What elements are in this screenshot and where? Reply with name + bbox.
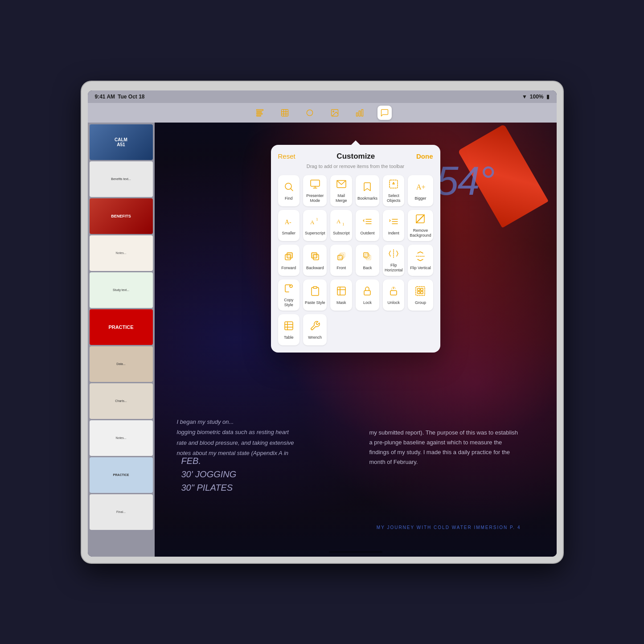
slide-11-thumb[interactable]: Final... 11 [90,494,153,530]
select-objects-label: Select Objects [385,193,403,203]
svg-point-15 [285,183,291,189]
svg-rect-0 [256,109,263,111]
flip-vertical-label: Flip Vertical [410,266,431,271]
remove-background-label: Remove Background [410,228,431,238]
slides-sidebar: CALMA51 1 Benefits text... 2 BENEFITS 3 [88,123,155,557]
svg-rect-17 [311,180,320,186]
toolbar-table-btn[interactable] [278,106,292,120]
slide-4-thumb[interactable]: Notes... 4 [90,235,153,271]
svg-rect-57 [421,291,423,294]
slide-6-thumb[interactable]: PRACTICE 6 [90,309,153,345]
unlock-label: Unlock [387,300,400,305]
svg-rect-12 [356,113,357,116]
superscript-item[interactable]: A1 Superscript [303,210,327,241]
flip-horizontal-icon [388,248,399,261]
unlock-item[interactable]: Unlock [383,279,405,311]
unlock-icon [388,286,399,298]
slide-1-thumb[interactable]: CALMA51 1 [90,124,153,160]
lock-label: Lock [363,300,372,305]
svg-point-9 [307,110,312,115]
group-label: Group [415,300,426,305]
slide-3-thumb[interactable]: BENEFITS 3 [90,198,153,234]
find-label: Find [285,196,293,201]
forward-label: Forward [281,266,296,271]
table-icon-2 [283,320,294,333]
mail-merge-icon [336,179,347,191]
slide-10-thumb[interactable]: PRACTICE 10 [90,457,153,493]
content-area: CALMA51 1 Benefits text... 2 BENEFITS 3 [88,123,557,557]
svg-rect-40 [338,255,342,260]
select-objects-item[interactable]: Select Objects [383,175,405,206]
main-canvas: 54° I began my study on... logging biome… [155,123,557,557]
table-item-2[interactable]: Table [278,314,299,345]
backward-item[interactable]: Backward [303,245,327,276]
svg-text:A+: A+ [416,183,426,191]
toolbar-format-btn[interactable] [253,106,267,120]
slide-2-thumb[interactable]: Benefits text... 2 [90,161,153,197]
svg-rect-54 [418,288,420,291]
wrench-item[interactable]: Wrench [303,314,327,345]
svg-line-16 [291,189,292,190]
svg-rect-39 [312,253,317,258]
lock-item[interactable]: Lock [356,279,379,311]
svg-rect-3 [256,115,261,116]
presenter-mode-item[interactable]: Presenter Mode [303,175,327,206]
toolbar-comment-btn[interactable] [377,106,392,120]
bigger-item[interactable]: A+ Bigger [408,175,433,206]
popup-subtitle: Drag to add or remove items from the too… [278,164,433,169]
flip-horizontal-item[interactable]: Flip Horizontal [383,245,405,276]
mail-merge-item[interactable]: Mail Merge [330,175,352,206]
slide-5-thumb[interactable]: Study text... 5 [90,272,153,308]
wrench-label: Wrench [308,335,322,340]
flip-vertical-item[interactable]: Flip Vertical [408,245,433,276]
svg-rect-37 [287,253,292,258]
outdent-item[interactable]: Outdent [356,210,379,241]
slide-9-thumb[interactable]: Notes... 9 [90,420,153,456]
done-button[interactable]: Done [416,152,433,160]
svg-text:1: 1 [342,222,345,226]
back-item[interactable]: Back [356,245,379,276]
slide-8-thumb[interactable]: Charts... 8 [90,383,153,419]
svg-text:A: A [336,218,341,225]
find-icon [283,181,294,194]
remove-background-item[interactable]: Remove Background [408,210,433,241]
flip-vertical-icon [415,251,426,263]
battery-display: 100% [530,94,544,100]
svg-point-48 [290,285,292,287]
ipad-screen: 9:41 AM Tue Oct 18 ▼ 100% ▮ [88,90,557,557]
svg-rect-53 [416,287,425,295]
smaller-icon: A- [283,216,294,229]
mask-item[interactable]: Mask [330,279,352,311]
forward-icon [283,251,294,263]
toolbar [88,103,557,123]
slide-7-thumb[interactable]: Data... 7 [90,346,153,382]
smaller-item[interactable]: A- Smaller [278,210,299,241]
group-item[interactable]: Group [408,279,433,311]
outdent-label: Outdent [360,231,374,236]
ipad-frame: 9:41 AM Tue Oct 18 ▼ 100% ▮ [82,82,563,563]
toolbar-media-btn[interactable] [328,106,342,120]
front-item[interactable]: Front [330,245,352,276]
bookmarks-item[interactable]: Bookmarks [356,175,379,206]
indent-item[interactable]: Indent [383,210,405,241]
svg-text:A: A [310,219,315,226]
paste-style-item[interactable]: Paste Style [303,279,327,311]
toolbar-chart-btn[interactable] [353,106,367,120]
subscript-icon: A1 [336,216,347,229]
outdent-icon [362,216,373,229]
presenter-mode-icon [310,179,320,191]
backward-label: Backward [306,266,324,271]
select-objects-icon [388,179,399,191]
reset-button[interactable]: Reset [278,152,295,160]
indent-label: Indent [388,231,399,236]
bookmarks-label: Bookmarks [357,196,377,201]
find-item[interactable]: Find [278,175,299,206]
home-indicator [329,551,382,553]
forward-item[interactable]: Forward [278,245,299,276]
customize-popup: Reset Customize Done Drag to add or remo… [271,145,440,353]
toolbar-shape-btn[interactable] [303,106,317,120]
handwriting-text: I began my study on... logging biometric… [177,417,294,459]
copy-style-item[interactable]: Copy Style [278,279,299,311]
superscript-icon: A1 [310,216,320,229]
subscript-item[interactable]: A1 Subscript [330,210,352,241]
